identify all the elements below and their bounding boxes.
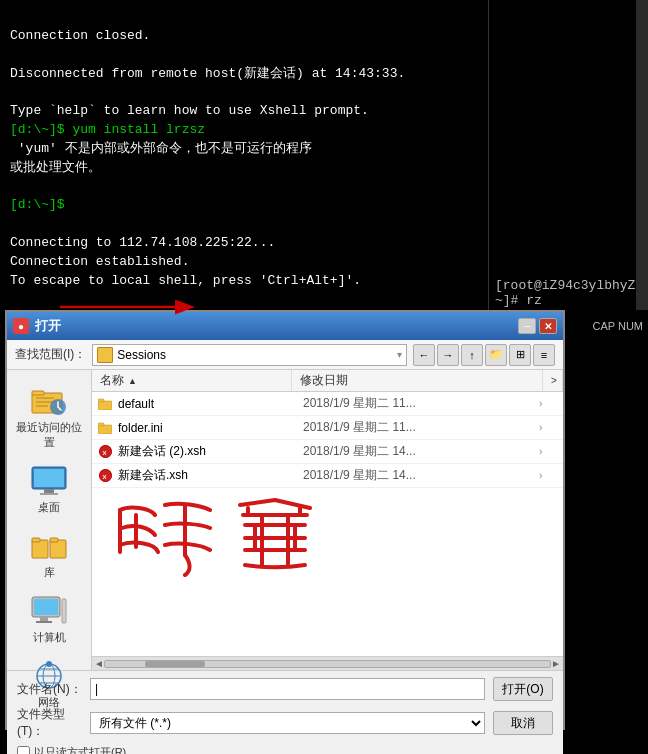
scroll-right-icon[interactable]: ► xyxy=(551,658,561,669)
file-name: default xyxy=(118,397,303,411)
file-extra: › xyxy=(539,446,559,457)
folder-icon xyxy=(96,396,114,412)
svg-rect-15 xyxy=(50,538,58,542)
filelist-header: 名称 ▲ 修改日期 > xyxy=(92,370,563,392)
svg-rect-14 xyxy=(50,540,66,558)
dialog-controls: ─ ✕ xyxy=(518,318,557,334)
toolbar-label: 查找范围(I)： xyxy=(15,346,86,363)
terminal-line-1: Connection closed. xyxy=(10,28,150,43)
col-name-header[interactable]: 名称 ▲ xyxy=(92,370,292,391)
dialog-app-icon: ● xyxy=(13,318,29,334)
file-row[interactable]: folder.ini 2018/1/9 星期二 11... › xyxy=(92,416,563,440)
terminal-line-7: 'yum' 不是内部或外部命令，也不是可运行的程序 xyxy=(10,141,312,156)
svg-text:X: X xyxy=(102,474,106,480)
view-toggle-button[interactable]: ⊞ xyxy=(509,344,531,366)
recent-icon xyxy=(29,384,69,418)
col-date-header[interactable]: 修改日期 xyxy=(292,370,543,391)
svg-rect-27 xyxy=(98,401,112,410)
scroll-left-icon[interactable]: ◄ xyxy=(94,658,104,669)
folder-icon xyxy=(96,420,114,436)
terminal-right-text: [root@iZ94c3ylbhyZ ~]# rz xyxy=(495,278,642,308)
scrollbar-thumb[interactable] xyxy=(145,661,205,667)
svg-rect-3 xyxy=(32,391,44,395)
dropdown-arrow-icon[interactable]: ▾ xyxy=(397,349,402,360)
file-extra: › xyxy=(539,398,559,409)
checkbox-row: 以只读方式打开(R) xyxy=(17,745,553,754)
terminal-line-6: [d:\~]$ yum install lrzsz xyxy=(10,122,205,137)
nav-buttons: ← → ↑ 📁 ⊞ ≡ xyxy=(413,344,555,366)
svg-rect-20 xyxy=(62,599,66,623)
svg-rect-17 xyxy=(34,599,58,615)
open-button[interactable]: 打开(O) xyxy=(493,677,553,701)
view-list-button[interactable]: ≡ xyxy=(533,344,555,366)
nav-forward-button[interactable]: → xyxy=(437,344,459,366)
svg-rect-6 xyxy=(36,405,48,407)
toolbar-path-text: Sessions xyxy=(117,348,166,362)
sidebar-recent-label: 最近访问的位置 xyxy=(16,420,83,450)
file-name: 新建会话 (2).xsh xyxy=(118,443,303,460)
filename-label: 文件名(N)： xyxy=(17,681,82,698)
file-extra: › xyxy=(539,422,559,433)
terminal-escape: To escape to local shell, press 'Ctrl+Al… xyxy=(10,273,361,288)
terminal-scrollbar[interactable] xyxy=(636,0,648,310)
sidebar-desktop[interactable]: 桌面 xyxy=(12,460,87,519)
folder-icon xyxy=(97,347,113,363)
svg-rect-4 xyxy=(36,397,54,399)
filetype-label: 文件类型(T)： xyxy=(17,706,82,740)
file-date: 2018/1/9 星期二 11... xyxy=(303,419,539,436)
svg-rect-13 xyxy=(32,538,40,542)
file-date: 2018/1/9 星期二 14... xyxy=(303,443,539,460)
terminal-established: Connection established. xyxy=(10,254,189,269)
file-row[interactable]: X 新建会话.xsh 2018/1/9 星期二 14... › xyxy=(92,464,563,488)
filetype-row: 文件类型(T)： 所有文件 (*.*) 取消 xyxy=(17,706,553,740)
minimize-button[interactable]: ─ xyxy=(518,318,536,334)
xsh-icon: X xyxy=(96,444,114,460)
close-button[interactable]: ✕ xyxy=(539,318,557,334)
sidebar-library-label: 库 xyxy=(44,565,55,580)
svg-rect-18 xyxy=(40,617,48,621)
scrollbar-track[interactable] xyxy=(104,660,551,668)
nav-back-button[interactable]: ← xyxy=(413,344,435,366)
sidebar-computer[interactable]: 计算机 xyxy=(12,590,87,649)
toolbar-path-box: Sessions ▾ xyxy=(92,344,407,366)
terminal-line-8: 或批处理文件。 xyxy=(10,160,101,175)
dialog-bottombar: 文件名(N)： 打开(O) 文件类型(T)： 所有文件 (*.*) 取消 以只读… xyxy=(7,670,563,754)
cancel-button[interactable]: 取消 xyxy=(493,711,553,735)
svg-rect-11 xyxy=(40,493,58,495)
readonly-label: 以只读方式打开(R) xyxy=(34,745,126,754)
terminal-prompt-1: [d:\~]$ xyxy=(10,197,65,212)
filename-input[interactable] xyxy=(90,678,485,700)
sidebar-library[interactable]: 库 xyxy=(12,525,87,584)
library-icon xyxy=(29,529,69,563)
sidebar-recent[interactable]: 最近访问的位置 xyxy=(12,380,87,454)
filename-row: 文件名(N)： 打开(O) xyxy=(17,677,553,701)
svg-rect-9 xyxy=(34,469,64,487)
svg-text:X: X xyxy=(102,450,106,456)
svg-rect-12 xyxy=(32,540,48,558)
file-row[interactable]: X 新建会话 (2).xsh 2018/1/9 星期二 14... › xyxy=(92,440,563,464)
sidebar-desktop-label: 桌面 xyxy=(38,500,60,515)
file-row[interactable]: default 2018/1/9 星期二 11... › xyxy=(92,392,563,416)
svg-point-26 xyxy=(46,661,52,667)
file-name: 新建会话.xsh xyxy=(118,467,303,484)
col-extra-header[interactable]: > xyxy=(543,370,563,391)
file-extra: › xyxy=(539,470,559,481)
filetype-select[interactable]: 所有文件 (*.*) xyxy=(90,712,485,734)
dialog-filelist: 名称 ▲ 修改日期 > default 2018/1/ xyxy=(92,370,563,670)
computer-icon xyxy=(29,594,69,628)
svg-rect-30 xyxy=(98,423,104,426)
xsh-icon: X xyxy=(96,468,114,484)
sidebar-computer-label: 计算机 xyxy=(33,630,66,645)
filelist-scrollbar[interactable]: ◄ ► xyxy=(92,656,563,670)
nav-newfolder-button[interactable]: 📁 xyxy=(485,344,507,366)
nav-up-button[interactable]: ↑ xyxy=(461,344,483,366)
readonly-checkbox[interactable] xyxy=(17,746,30,754)
terminal-connecting: Connecting to 112.74.108.225:22... xyxy=(10,235,275,250)
terminal-right-panel: [root@iZ94c3ylbhyZ ~]# rz xyxy=(488,0,648,310)
file-dialog: ● 打开 ─ ✕ 查找范围(I)： Sessions ▾ ← → ↑ 📁 ⊞ ≡ xyxy=(5,310,565,730)
file-date: 2018/1/9 星期二 14... xyxy=(303,467,539,484)
terminal-line-3: Disconnected from remote host(新建会话) at 1… xyxy=(10,66,405,81)
dialog-sidebar: 最近访问的位置 桌面 xyxy=(7,370,92,670)
file-name: folder.ini xyxy=(118,421,303,435)
terminal-line-5: Type `help` to learn how to use Xshell p… xyxy=(10,103,369,118)
